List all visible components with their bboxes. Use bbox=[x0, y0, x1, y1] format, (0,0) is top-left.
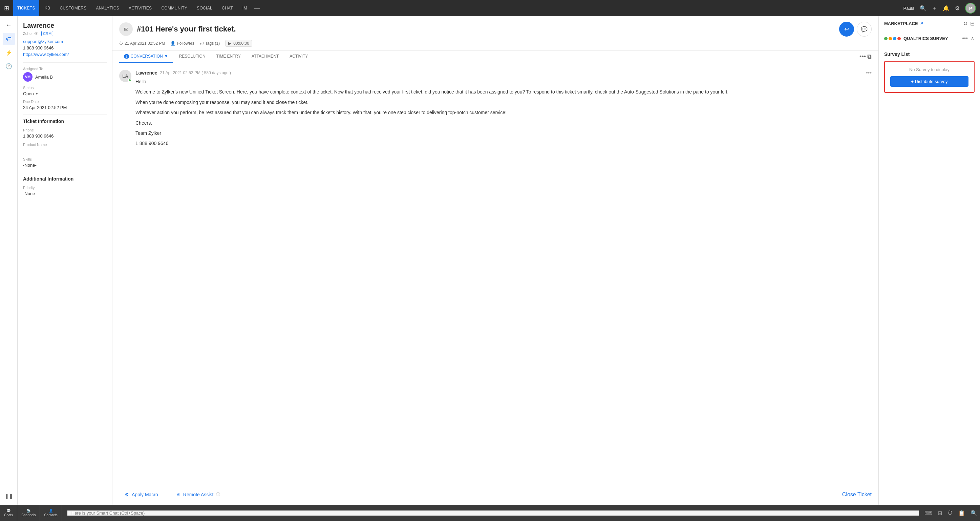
close-ticket-button[interactable]: Close Ticket bbox=[842, 492, 872, 498]
status-dropdown-icon[interactable]: ▼ bbox=[35, 92, 38, 96]
channels-tab[interactable]: 📡 Channels bbox=[17, 505, 40, 521]
nav-item-customers[interactable]: CUSTOMERS bbox=[56, 0, 91, 16]
message-content: Lawrence 21 Apr 2021 02:52 PM ( 580 days… bbox=[135, 70, 872, 150]
ticket-followers[interactable]: Followers bbox=[177, 41, 194, 46]
nav-item-community[interactable]: COMMUNITY bbox=[157, 0, 191, 16]
timer-badge[interactable]: ▶ 00:00:00 bbox=[225, 40, 252, 47]
clipboard-icon[interactable]: 📋 bbox=[958, 510, 965, 516]
distribute-survey-button[interactable]: + Distribute survey bbox=[890, 76, 969, 87]
nav-item-activities[interactable]: ACTIVITIES bbox=[125, 0, 156, 16]
additional-info-title: Additional Information bbox=[23, 176, 107, 182]
dot-orange bbox=[889, 37, 892, 40]
info-icon: ⓘ bbox=[216, 492, 220, 497]
nav-item-im[interactable]: IM bbox=[239, 0, 251, 16]
tab-attachment[interactable]: ATTACHMENT bbox=[247, 51, 283, 63]
marketplace-title-text: MARKETPLACE bbox=[884, 21, 918, 26]
skills-label: Skills bbox=[23, 157, 107, 161]
nav-item-tickets[interactable]: TICKETS bbox=[13, 0, 39, 16]
refresh-icon[interactable]: ↻ bbox=[963, 20, 967, 27]
qualtrics-name: QUALTRICS SURVEY bbox=[904, 36, 948, 41]
tab-time-entry[interactable]: TIME ENTRY bbox=[212, 51, 245, 63]
close-panel-icon[interactable]: ⊟ bbox=[970, 20, 975, 27]
smart-chat-input[interactable] bbox=[67, 510, 919, 516]
product-label: Product Name bbox=[23, 143, 107, 147]
tab-conversation[interactable]: 1 CONVERSATION ▼ bbox=[119, 51, 173, 63]
dot-blue bbox=[893, 37, 896, 40]
right-panel: MARKETPLACE ↗ ↻ ⊟ QUALTRICS SURVEY bbox=[878, 16, 980, 505]
tab-conversation-dropdown[interactable]: ▼ bbox=[164, 54, 168, 59]
search-icon[interactable]: 🔍 bbox=[920, 5, 926, 11]
remote-assist-button[interactable]: 🖥 Remote Assist ⓘ bbox=[170, 489, 226, 500]
ticket-tags[interactable]: Tags (1) bbox=[205, 41, 220, 46]
settings-icon[interactable]: ⚙ bbox=[955, 5, 960, 11]
assignee-name: Amelia B bbox=[35, 75, 53, 80]
contact-name: Lawrence bbox=[23, 22, 107, 29]
skills-value: -None- bbox=[23, 163, 107, 168]
no-survey-text: No Survey to display bbox=[909, 67, 950, 72]
notification-icon[interactable]: 🔔 bbox=[943, 5, 950, 11]
priority-label: Priority bbox=[23, 186, 107, 190]
qualtrics-more-icon[interactable]: ••• bbox=[962, 35, 968, 41]
survey-panel: Survey List No Survey to display + Distr… bbox=[879, 46, 980, 98]
tab-layers-icon[interactable]: ⧉ bbox=[867, 53, 872, 60]
top-nav: ⊞ TICKETS KB CUSTOMERS ANALYTICS ACTIVIT… bbox=[0, 0, 980, 16]
clock-icon: ⏱ bbox=[119, 41, 123, 46]
tab-activity[interactable]: ACTIVITY bbox=[285, 51, 313, 63]
survey-empty-box: No Survey to display + Distribute survey bbox=[884, 61, 975, 93]
ticket-bottom-bar: ⚙ Apply Macro 🖥 Remote Assist ⓘ Close Ti… bbox=[113, 484, 878, 505]
search-bottom-icon[interactable]: 🔍 bbox=[970, 510, 977, 516]
clock-bottom-icon[interactable]: ⏱ bbox=[948, 510, 953, 516]
chats-tab[interactable]: 💬 Chats bbox=[0, 505, 17, 521]
contact-panel: Lawrence Zoho 👁 CRM support@zylker.com 1… bbox=[18, 16, 113, 505]
ticket-info-title: Ticket Information bbox=[23, 119, 107, 124]
phone-label: Phone bbox=[23, 128, 107, 132]
tag-meta-icon: 🏷 bbox=[200, 41, 204, 46]
dot-red bbox=[897, 37, 901, 40]
nav-item-social[interactable]: SOCIAL bbox=[192, 0, 216, 16]
ticket-date: 21 Apr 2021 02:52 PM bbox=[125, 41, 165, 46]
history-icon-btn[interactable]: 🕐 bbox=[3, 60, 15, 72]
channels-icon: 📡 bbox=[26, 509, 30, 513]
back-button[interactable]: ← bbox=[3, 19, 14, 32]
user-avatar[interactable]: P bbox=[965, 3, 976, 14]
tab-resolution[interactable]: RESOLUTION bbox=[174, 51, 210, 63]
table-icon[interactable]: ⊞ bbox=[938, 510, 942, 516]
collapse-icon-btn[interactable]: ❚❚ bbox=[3, 490, 15, 502]
chat-button[interactable]: 💬 bbox=[857, 22, 872, 37]
message-time: 21 Apr 2021 02:52 PM ( 580 days ago ) bbox=[160, 70, 231, 75]
qualtrics-collapse-icon[interactable]: ∧ bbox=[970, 35, 975, 41]
message-sender: Lawrence bbox=[135, 70, 158, 75]
reply-button[interactable]: ↩ bbox=[839, 22, 854, 37]
macro-icon: ⚙ bbox=[125, 492, 129, 497]
message-body: Hello Welcome to Zylker's new Unified Ti… bbox=[135, 78, 872, 147]
apply-macro-button[interactable]: ⚙ Apply Macro bbox=[119, 489, 164, 500]
zoho-label: Zoho bbox=[23, 32, 32, 35]
ticket-meta-row: ⏱ 21 Apr 2021 02:52 PM 👤 Followers 🏷 Tag… bbox=[119, 40, 872, 50]
nav-more-icon[interactable]: — bbox=[254, 5, 260, 12]
due-date-value: 24 Apr 2021 02:52 PM bbox=[23, 105, 107, 110]
contact-email[interactable]: support@zylker.com bbox=[23, 39, 107, 44]
tag-icon-btn[interactable]: 🏷 bbox=[3, 33, 15, 45]
lightning-icon-btn[interactable]: ⚡ bbox=[3, 46, 15, 59]
keyboard-icon[interactable]: ⌨ bbox=[924, 510, 932, 516]
status-value: Open bbox=[23, 91, 34, 96]
priority-value: -None- bbox=[23, 191, 107, 196]
message-more-icon[interactable]: ••• bbox=[866, 70, 872, 76]
dot-green bbox=[884, 37, 888, 40]
ticket-tabs: 1 CONVERSATION ▼ RESOLUTION TIME ENTRY A… bbox=[113, 51, 878, 63]
contacts-tab[interactable]: 👤 Contacts bbox=[40, 505, 62, 521]
external-link-icon[interactable]: ↗ bbox=[920, 21, 923, 26]
contact-url[interactable]: https://www.zylker.com/ bbox=[23, 52, 107, 57]
play-icon: ▶ bbox=[228, 41, 231, 46]
marketplace-header: MARKETPLACE ↗ ↻ ⊟ bbox=[879, 16, 980, 31]
tab-more-icon[interactable]: ••• bbox=[859, 53, 866, 60]
add-icon[interactable]: ＋ bbox=[932, 5, 937, 12]
nav-item-analytics[interactable]: ANALYTICS bbox=[92, 0, 124, 16]
nav-item-kb[interactable]: KB bbox=[41, 0, 54, 16]
grid-icon[interactable]: ⊞ bbox=[4, 5, 9, 12]
status-label: Status bbox=[23, 86, 107, 90]
ticket-main: ✉ #101 Here's your first ticket. ↩ 💬 ⏱ 2… bbox=[113, 16, 878, 505]
crm-badge[interactable]: CRM bbox=[41, 31, 53, 36]
nav-item-chat[interactable]: CHAT bbox=[218, 0, 237, 16]
product-value: - bbox=[23, 148, 107, 153]
